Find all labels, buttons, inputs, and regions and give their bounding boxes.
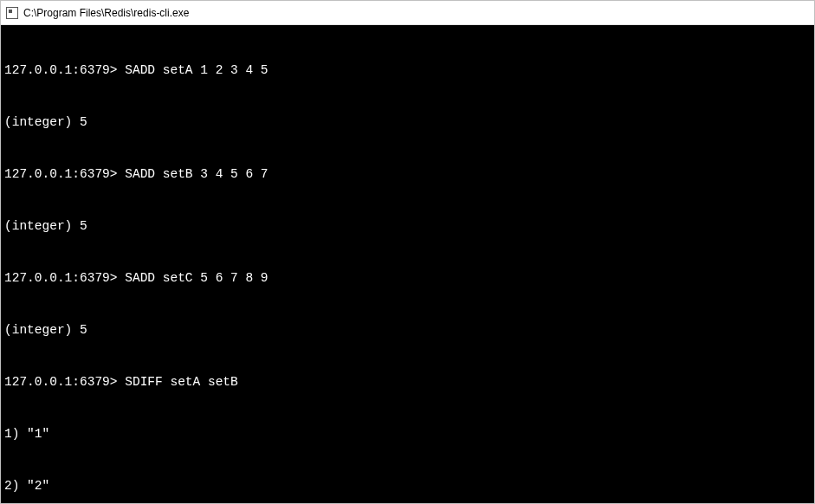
terminal-line: 127.0.0.1:6379> SDIFF setA setB [4, 373, 811, 391]
app-window: C:\Program Files\Redis\redis-cli.exe 127… [0, 0, 815, 504]
terminal-line: 1) "1" [4, 425, 811, 443]
terminal[interactable]: 127.0.0.1:6379> SADD setA 1 2 3 4 5 (int… [1, 25, 814, 503]
terminal-line: (integer) 5 [4, 321, 811, 339]
titlebar[interactable]: C:\Program Files\Redis\redis-cli.exe [1, 1, 814, 25]
terminal-line: (integer) 5 [4, 217, 811, 235]
terminal-line: 127.0.0.1:6379> SADD setB 3 4 5 6 7 [4, 165, 811, 183]
app-icon [6, 7, 18, 19]
terminal-line: 2) "2" [4, 477, 811, 494]
terminal-line: 127.0.0.1:6379> SADD setC 5 6 7 8 9 [4, 269, 811, 287]
window-title: C:\Program Files\Redis\redis-cli.exe [23, 7, 189, 19]
terminal-line: (integer) 5 [4, 113, 811, 131]
terminal-line: 127.0.0.1:6379> SADD setA 1 2 3 4 5 [4, 61, 811, 79]
